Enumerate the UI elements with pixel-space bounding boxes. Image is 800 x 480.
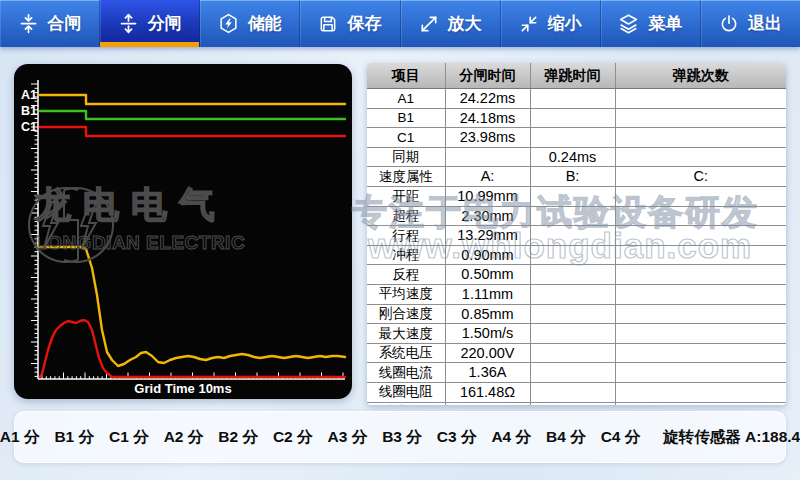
- row-label-cell: 反程: [367, 265, 445, 285]
- row-label-cell: 线圈电阻: [367, 382, 445, 402]
- row-label-cell: B1: [367, 108, 445, 128]
- table-row: 线圈电阻161.48Ω: [367, 382, 786, 402]
- table-row: 刚合速度0.85mm: [367, 304, 786, 324]
- result-table: 项目分闸时间弹跳时间弹跳次数 A124.22msB124.18msC123.98…: [367, 63, 786, 405]
- row-label-cell: 冲程: [367, 245, 445, 265]
- row-value-cell: [530, 343, 615, 363]
- table-header-cell: 弹跳时间: [530, 63, 615, 89]
- row-label-cell: 超程: [367, 206, 445, 226]
- row-value-cell: [530, 265, 615, 285]
- table-row: 开距10.99mm: [367, 186, 786, 206]
- row-value-cell: [445, 147, 530, 167]
- toolbar-button-menu[interactable]: 菜单: [601, 0, 701, 47]
- status-item: B1 分: [54, 427, 94, 448]
- table-row: 平均速度1.11mm: [367, 284, 786, 304]
- row-value-cell: [615, 245, 786, 265]
- row-value-cell: [530, 363, 615, 383]
- close-switch-icon: [18, 13, 39, 34]
- row-value-cell: [530, 382, 615, 402]
- table-body: A124.22msB124.18msC123.98ms同期0.24ms速度属性A…: [367, 89, 786, 406]
- row-value-cell: [615, 382, 786, 402]
- row-value-cell: [530, 89, 615, 109]
- row-value-cell: [615, 186, 786, 206]
- table-header-cell: 弹跳次数: [615, 63, 786, 89]
- toolbar-button-zoom-in[interactable]: 放大: [401, 0, 501, 47]
- row-value-cell: 161.48Ω: [445, 382, 530, 402]
- grid-time-label: Grid Time 10ms: [14, 381, 352, 396]
- toolbar-button-label: 保存: [347, 12, 381, 35]
- row-label-cell: 线圈电流: [367, 363, 445, 383]
- row-value-cell: [530, 284, 615, 304]
- status-item: A3 分: [328, 427, 368, 448]
- open-switch-icon: [118, 13, 139, 34]
- row-label-cell: 开距: [367, 186, 445, 206]
- toolbar: 合闸分闸储能保存放大缩小菜单退出: [0, 0, 800, 47]
- waveform-svg: A1B1C1: [14, 64, 352, 399]
- row-value-cell: [615, 89, 786, 109]
- row-value-cell: [615, 226, 786, 246]
- row-label-cell: 系统电压: [367, 343, 445, 363]
- row-value-cell: [615, 363, 786, 383]
- status-bar: A1 分B1 分C1 分A2 分B2 分C2 分A3 分B3 分C3 分A4 分…: [14, 411, 786, 463]
- row-value-cell: [615, 343, 786, 363]
- row-label-cell: C1: [367, 128, 445, 148]
- toolbar-button-label: 退出: [748, 12, 782, 35]
- table-row: 行程13.29mm: [367, 226, 786, 246]
- table-row: 速度属性A:B:C:: [367, 167, 786, 187]
- status-item: B2 分: [218, 427, 258, 448]
- row-value-cell: 1.36A: [445, 363, 530, 383]
- table-header-row: 项目分闸时间弹跳时间弹跳次数: [367, 63, 786, 89]
- table-row: 冲程0.90mm: [367, 245, 786, 265]
- trace-contact-a1: [40, 95, 345, 104]
- row-value-cell: 10.99mm: [445, 186, 530, 206]
- trace-contact-c1: [40, 127, 345, 136]
- row-value-cell: [530, 108, 615, 128]
- row-value-cell: A:: [445, 167, 530, 187]
- status-item: B3 分: [382, 427, 422, 448]
- toolbar-button-label: 缩小: [548, 12, 582, 35]
- row-label-cell: 刚合速度: [367, 304, 445, 324]
- toolbar-button-energy-store[interactable]: 储能: [200, 0, 300, 47]
- table-row: 超程2.30mm: [367, 206, 786, 226]
- toolbar-button-open-switch[interactable]: 分闸: [100, 0, 200, 47]
- row-value-cell: [530, 226, 615, 246]
- toolbar-button-label: 储能: [248, 12, 282, 35]
- table-row: 反程0.50mm: [367, 265, 786, 285]
- status-item: C2 分: [273, 427, 313, 448]
- table-row: B124.18ms: [367, 108, 786, 128]
- toolbar-button-exit[interactable]: 退出: [701, 0, 800, 47]
- row-value-cell: 1.50m/s: [445, 324, 530, 344]
- row-value-cell: 0.85mm: [445, 304, 530, 324]
- menu-icon: [618, 13, 639, 34]
- table-row: 同期0.24ms: [367, 147, 786, 167]
- status-item: C3 分: [437, 427, 477, 448]
- status-item: A4 分: [491, 427, 531, 448]
- toolbar-button-zoom-out[interactable]: 缩小: [501, 0, 601, 47]
- row-value-cell: 23.98ms: [445, 128, 530, 148]
- toolbar-button-label: 合闸: [48, 12, 82, 35]
- row-label-cell: 行程: [367, 226, 445, 246]
- row-label-cell: 平均速度: [367, 284, 445, 304]
- row-label-cell: 最大速度: [367, 324, 445, 344]
- row-value-cell: [615, 265, 786, 285]
- exit-icon: [719, 14, 739, 34]
- row-value-cell: [615, 128, 786, 148]
- toolbar-button-label: 放大: [448, 12, 482, 35]
- row-value-cell: 13.29mm: [445, 226, 530, 246]
- row-value-cell: [615, 206, 786, 226]
- row-value-cell: [615, 324, 786, 344]
- trace-label-a1: A1: [21, 88, 37, 102]
- zoom-in-icon: [419, 14, 439, 34]
- row-value-cell: C:: [615, 167, 786, 187]
- toolbar-button-save[interactable]: 保存: [300, 0, 400, 47]
- table-header-cell: 项目: [367, 63, 445, 89]
- energy-store-icon: [218, 13, 239, 34]
- status-item: A1 分: [0, 427, 39, 448]
- table-row: C123.98ms: [367, 128, 786, 148]
- row-value-cell: [530, 186, 615, 206]
- row-label-cell: 测试人员: [367, 402, 445, 405]
- row-label-cell: 同期: [367, 147, 445, 167]
- toolbar-button-close-switch[interactable]: 合闸: [0, 0, 100, 47]
- status-item: 旋转传感器 A:188.4: [663, 427, 800, 448]
- zoom-out-icon: [519, 14, 539, 34]
